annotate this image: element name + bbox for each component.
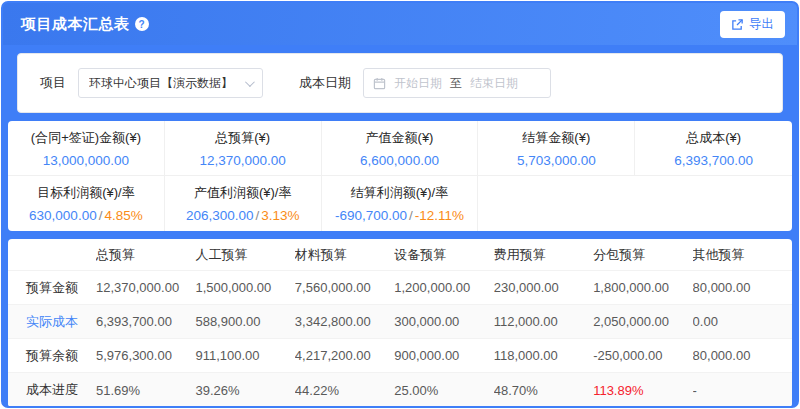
summary-stat-value: -690,700.00/-12.11% (335, 208, 464, 223)
summary-stat-label: 产值金额(¥) (366, 129, 434, 147)
table-column-header: 材料预算 (295, 246, 394, 264)
summary-stat-label: (合同+签证)金额(¥) (31, 129, 141, 147)
table-cell: 80,000.00 (693, 280, 792, 295)
table-cell: - (693, 383, 792, 398)
export-icon (731, 18, 744, 31)
summary-stat-value: 12,370,000.00 (200, 153, 286, 168)
summary-stat: 结算金额(¥)5,703,000.00 (478, 121, 635, 176)
table-column-header: 设备预算 (394, 246, 493, 264)
table-cell: 7,560,000.00 (295, 280, 394, 295)
table-cell: 5,976,300.00 (96, 348, 195, 363)
summary-stat-label: 目标利润额(¥)/率 (37, 184, 135, 202)
table-cell: 3,342,800.00 (295, 314, 394, 329)
table-cell: 2,050,000.00 (593, 314, 692, 329)
table-cell: 118,000.00 (494, 348, 593, 363)
summary-stat-value: 206,300.00/3.13% (186, 208, 300, 223)
profit-amount: 630,000.00 (29, 208, 97, 223)
table-cell: 1,200,000.00 (394, 280, 493, 295)
profit-rate: 4.85% (104, 208, 142, 223)
project-cost-summary-panel: 项目成本汇总表 ? 导出 项目 环球中心项目【演示数据】 成本日期 开始日期 (1, 1, 799, 408)
export-button[interactable]: 导出 (720, 11, 785, 38)
summary-empty-cell (478, 176, 792, 231)
summary-stat-label: 产值利润额(¥)/率 (194, 184, 292, 202)
row-label[interactable]: 实际成本 (8, 313, 96, 331)
table-header-row: 总预算人工预算材料预算设备预算费用预算分包预算其他预算 (8, 239, 792, 271)
table-cell: 4,217,200.00 (295, 348, 394, 363)
table-cell: 80,000.00 (693, 348, 792, 363)
table-column-header: 费用预算 (494, 246, 593, 264)
summary-profit-stat: 结算利润额(¥)/率-690,700.00/-12.11% (322, 176, 479, 231)
profit-amount: -690,700.00 (335, 208, 407, 223)
cost-breakdown-table: 总预算人工预算材料预算设备预算费用预算分包预算其他预算 预算金额12,370,0… (8, 239, 792, 407)
table-cell: 39.26% (195, 383, 294, 398)
row-label: 成本进度 (8, 381, 96, 399)
date-range-input[interactable]: 开始日期 至 结束日期 (363, 68, 551, 98)
summary-stat: 总预算(¥)12,370,000.00 (165, 121, 322, 176)
summary-stat-value: 5,703,000.00 (517, 153, 596, 168)
header-bar: 项目成本汇总表 ? 导出 (3, 3, 797, 45)
summary-profit-stat: 目标利润额(¥)/率630,000.00/4.85% (8, 176, 165, 231)
table-row: 预算金额12,370,000.001,500,000.007,560,000.0… (8, 271, 792, 305)
summary-stat-label: 总成本(¥) (686, 129, 741, 147)
row-label: 预算金额 (8, 279, 96, 297)
table-column-header: 分包预算 (593, 246, 692, 264)
table-cell: 1,800,000.00 (593, 280, 692, 295)
summary-profit-stat: 产值利润额(¥)/率206,300.00/3.13% (165, 176, 322, 231)
page-title: 项目成本汇总表 (21, 15, 130, 34)
table-row: 预算余额5,976,300.00911,100.004,217,200.0090… (8, 339, 792, 373)
table-cell: 12,370,000.00 (96, 280, 195, 295)
table-cell: 48.70% (494, 383, 593, 398)
table-column-header: 总预算 (96, 246, 195, 264)
summary-stats-card: (合同+签证)金额(¥)13,000,000.00总预算(¥)12,370,00… (8, 121, 792, 231)
summary-stat-value: 6,600,000.00 (360, 153, 439, 168)
table-column-header: 其他预算 (693, 246, 792, 264)
summary-row-amounts: (合同+签证)金额(¥)13,000,000.00总预算(¥)12,370,00… (8, 121, 792, 176)
summary-stat-label: 总预算(¥) (215, 129, 270, 147)
project-select-value: 环球中心项目【演示数据】 (89, 75, 233, 92)
chevron-down-icon (245, 77, 255, 87)
profit-rate: -12.11% (415, 208, 464, 223)
project-filter-label: 项目 (40, 74, 66, 92)
table-row: 实际成本6,393,700.00588,900.003,342,800.0030… (8, 305, 792, 339)
table-cell: 588,900.00 (195, 314, 294, 329)
calendar-icon (373, 77, 386, 90)
table-cell: 0.00 (693, 314, 792, 329)
table-cell: 51.69% (96, 383, 195, 398)
table-cell: 1,500,000.00 (195, 280, 294, 295)
summary-stat-label: 结算利润额(¥)/率 (351, 184, 449, 202)
table-cell: 44.22% (295, 383, 394, 398)
end-date-placeholder: 结束日期 (470, 75, 518, 92)
help-icon[interactable]: ? (135, 17, 149, 31)
table-cell: 25.00% (394, 383, 493, 398)
table-cell: -250,000.00 (593, 348, 692, 363)
table-column-header: 人工预算 (195, 246, 294, 264)
table-cell: 112,000.00 (494, 314, 593, 329)
summary-stat-value: 630,000.00/4.85% (29, 208, 143, 223)
table-cell: 300,000.00 (394, 314, 493, 329)
profit-rate: 3.13% (261, 208, 299, 223)
cost-date-filter-label: 成本日期 (299, 74, 351, 92)
export-button-label: 导出 (749, 16, 774, 33)
profit-amount: 206,300.00 (186, 208, 254, 223)
project-select[interactable]: 环球中心项目【演示数据】 (78, 68, 263, 98)
start-date-placeholder: 开始日期 (394, 75, 442, 92)
table-cell: 900,000.00 (394, 348, 493, 363)
summary-stat-value: 6,393,700.00 (674, 153, 753, 168)
summary-stat: 产值金额(¥)6,600,000.00 (322, 121, 479, 176)
filter-bar: 项目 环球中心项目【演示数据】 成本日期 开始日期 至 结束日期 (17, 53, 783, 113)
date-range-separator: 至 (450, 75, 462, 92)
summary-row-profits: 目标利润额(¥)/率630,000.00/4.85%产值利润额(¥)/率206,… (8, 176, 792, 231)
summary-stat: (合同+签证)金额(¥)13,000,000.00 (8, 121, 165, 176)
table-cell: 230,000.00 (494, 280, 593, 295)
summary-stat: 总成本(¥)6,393,700.00 (635, 121, 792, 176)
summary-stat-value: 13,000,000.00 (43, 153, 129, 168)
amount-rate-separator: / (407, 208, 415, 223)
table-cell: 113.89% (593, 383, 692, 398)
table-cell: 911,100.00 (195, 348, 294, 363)
table-cell: 6,393,700.00 (96, 314, 195, 329)
row-label: 预算余额 (8, 347, 96, 365)
summary-stat-label: 结算金额(¥) (522, 129, 590, 147)
table-row: 成本进度51.69%39.26%44.22%25.00%48.70%113.89… (8, 373, 792, 407)
